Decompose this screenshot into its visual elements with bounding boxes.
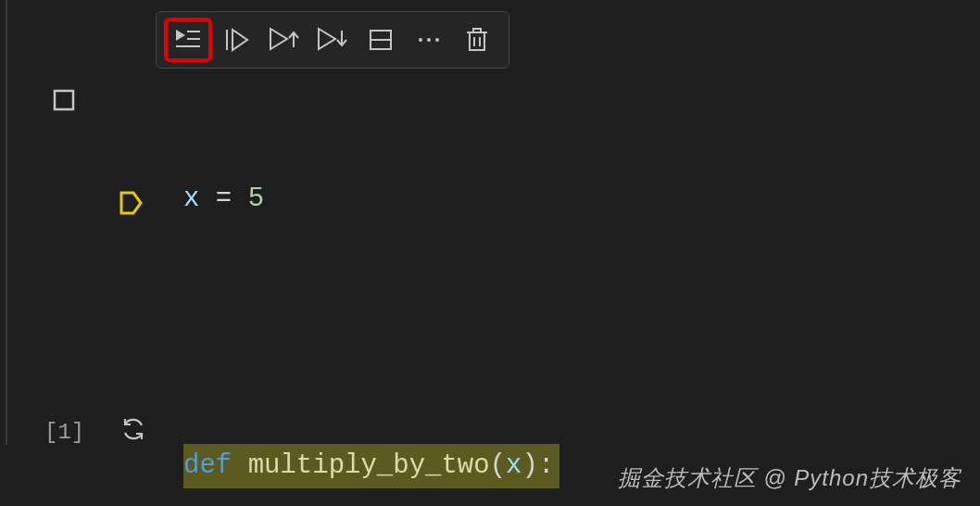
code-line: x = 5 xyxy=(183,177,894,221)
more-actions-icon xyxy=(416,35,442,44)
continue-icon xyxy=(223,28,249,52)
run-by-line-icon xyxy=(174,28,202,52)
current-line-marker-icon xyxy=(119,190,143,221)
run-by-line-button[interactable] xyxy=(164,18,212,62)
code-editor[interactable]: x = 5 def multiply_by_two(x): print('mul… xyxy=(183,88,894,506)
run-below-button[interactable] xyxy=(308,18,357,62)
continue-button[interactable] xyxy=(212,18,260,62)
run-below-icon xyxy=(317,27,348,53)
svg-marker-19 xyxy=(121,193,141,213)
svg-rect-18 xyxy=(55,91,73,109)
svg-marker-6 xyxy=(270,29,287,49)
run-above-icon xyxy=(269,27,300,53)
svg-point-12 xyxy=(419,38,422,42)
split-cell-button[interactable] xyxy=(357,18,405,62)
svg-marker-8 xyxy=(319,29,335,49)
delete-cell-button[interactable] xyxy=(453,18,501,62)
execution-count: [1] xyxy=(44,420,84,445)
run-above-button[interactable] xyxy=(260,18,308,62)
stop-icon[interactable] xyxy=(52,88,76,117)
code-line-blank xyxy=(183,310,894,355)
notebook-cell: [1] x = 5 def multiply_by_two(x): print(… xyxy=(6,0,980,445)
svg-point-13 xyxy=(427,38,431,42)
delete-cell-icon xyxy=(465,27,489,53)
cell-toolbar xyxy=(156,11,509,69)
sync-icon[interactable] xyxy=(120,416,146,447)
svg-marker-0 xyxy=(176,30,185,41)
svg-marker-5 xyxy=(232,30,247,50)
svg-point-14 xyxy=(435,38,439,42)
watermark-text: 掘金技术社区 @ Python技术极客 xyxy=(618,463,961,493)
more-actions-button[interactable] xyxy=(405,18,453,62)
split-cell-icon xyxy=(368,28,394,52)
